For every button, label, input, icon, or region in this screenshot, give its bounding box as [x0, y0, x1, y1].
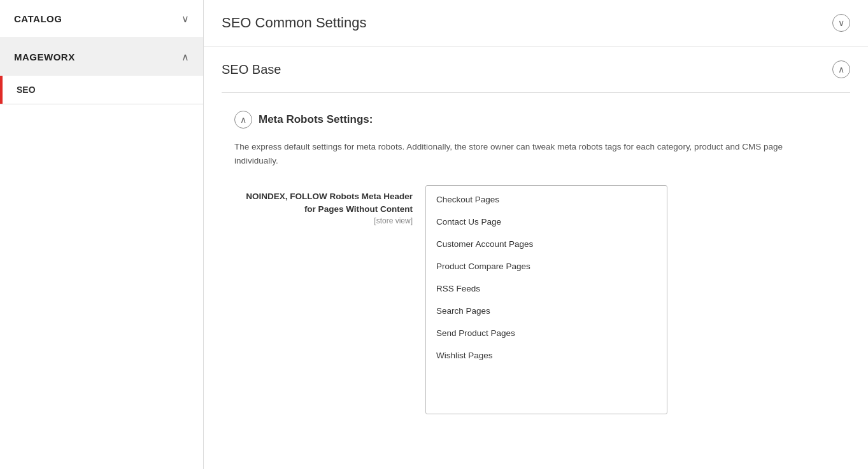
field-label-line2: for Pages Without Content: [234, 203, 413, 216]
multiselect-option[interactable]: Customer Account Pages: [426, 233, 667, 255]
field-label-group: NOINDEX, FOLLOW Robots Meta Header for P…: [234, 185, 413, 225]
meta-robots-collapse-icon[interactable]: ∧: [234, 111, 252, 129]
field-label-line1: NOINDEX, FOLLOW Robots Meta Header: [234, 190, 413, 203]
multiselect-option[interactable]: Checkout Pages: [426, 188, 667, 211]
sidebar-mageworx-items: SEO: [0, 76, 203, 104]
seo-base-header: SEO Base ∧: [222, 46, 850, 93]
circle-chevron-up-icon: ∧: [832, 60, 850, 78]
multiselect-option[interactable]: Product Compare Pages: [426, 255, 667, 277]
sidebar-catalog-header[interactable]: CATALOG ∨: [0, 0, 203, 38]
circle-chevron-down-icon: ∨: [832, 14, 850, 32]
multiselect-option[interactable]: Contact Us Page: [426, 211, 667, 233]
pages-multiselect[interactable]: Checkout PagesContact Us PageCustomer Ac…: [425, 185, 667, 414]
meta-robots-section: ∧ Meta Robots Settings: The express defa…: [222, 93, 850, 432]
sidebar-item-seo[interactable]: SEO: [0, 76, 203, 104]
page-title: SEO Common Settings: [222, 15, 366, 31]
sidebar-section-catalog: CATALOG ∨: [0, 0, 203, 38]
seo-common-settings-header: SEO Common Settings ∨: [204, 0, 868, 46]
sidebar-section-mageworx: MAGEWORX ∧ SEO: [0, 38, 203, 104]
meta-robots-title: Meta Robots Settings:: [259, 113, 373, 126]
seo-base-toggle[interactable]: ∧: [832, 60, 850, 78]
multiselect-option[interactable]: Send Product Pages: [426, 322, 667, 344]
field-store-view-label: [store view]: [234, 216, 413, 225]
meta-robots-header: ∧ Meta Robots Settings:: [234, 111, 837, 129]
chevron-up-icon: ∧: [181, 51, 189, 63]
multiselect-option[interactable]: RSS Feeds: [426, 277, 667, 300]
meta-robots-description: The express default settings for meta ro…: [234, 140, 808, 167]
main-content: SEO Common Settings ∨ SEO Base ∧ ∧ Meta …: [204, 0, 868, 469]
noindex-follow-field-row: NOINDEX, FOLLOW Robots Meta Header for P…: [234, 185, 837, 414]
seo-base-title: SEO Base: [222, 62, 281, 77]
sidebar: CATALOG ∨ MAGEWORX ∧ SEO: [0, 0, 204, 469]
sidebar-mageworx-header[interactable]: MAGEWORX ∧: [0, 38, 203, 76]
seo-base-section: SEO Base ∧ ∧ Meta Robots Settings: The e…: [204, 46, 868, 432]
sidebar-seo-label: SEO: [17, 85, 36, 95]
field-control: Checkout PagesContact Us PageCustomer Ac…: [425, 185, 837, 414]
seo-common-settings-toggle[interactable]: ∨: [832, 14, 850, 32]
sidebar-catalog-title: CATALOG: [14, 13, 62, 24]
sidebar-mageworx-title: MAGEWORX: [14, 52, 75, 62]
chevron-down-icon: ∨: [181, 13, 189, 25]
multiselect-option[interactable]: Wishlist Pages: [426, 344, 667, 367]
multiselect-option[interactable]: Search Pages: [426, 300, 667, 322]
